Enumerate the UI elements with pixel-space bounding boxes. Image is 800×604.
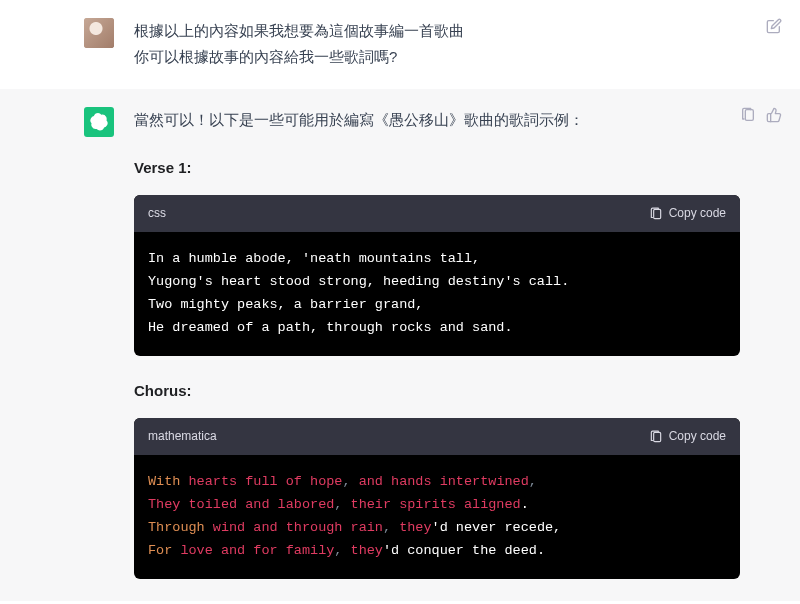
svg-rect-0 bbox=[653, 209, 660, 218]
svg-rect-2 bbox=[745, 109, 753, 120]
assistant-content: 當然可以！以下是一些可能用於編寫《愚公移山》歌曲的歌詞示例： Verse 1: … bbox=[134, 107, 740, 583]
user-text: 根據以上的內容如果我想要為這個故事編一首歌曲 你可以根據故事的內容給我一些歌詞嗎… bbox=[134, 18, 740, 71]
code-lang-label: mathematica bbox=[148, 426, 217, 447]
copy-icon[interactable] bbox=[740, 107, 756, 123]
user-avatar bbox=[84, 18, 114, 48]
code-body-chorus: With hearts full of hope, and hands inte… bbox=[134, 455, 740, 579]
code-lang-label: css bbox=[148, 203, 166, 224]
user-message: 根據以上的內容如果我想要為這個故事編一首歌曲 你可以根據故事的內容給我一些歌詞嗎… bbox=[0, 0, 800, 89]
assistant-actions bbox=[740, 107, 782, 123]
code-block-chorus: mathematica Copy code With hearts full o… bbox=[134, 418, 740, 579]
code-header: mathematica Copy code bbox=[134, 418, 740, 455]
user-line1: 根據以上的內容如果我想要為這個故事編一首歌曲 bbox=[134, 18, 740, 44]
clipboard-icon bbox=[649, 430, 663, 444]
clipboard-icon bbox=[649, 207, 663, 221]
code-block-verse1: css Copy code In a humble abode, 'neath … bbox=[134, 195, 740, 356]
assistant-avatar bbox=[84, 107, 114, 137]
user-actions bbox=[766, 18, 782, 34]
edit-icon[interactable] bbox=[766, 18, 782, 34]
thumbs-up-icon[interactable] bbox=[766, 107, 782, 123]
assistant-message: 當然可以！以下是一些可能用於編寫《愚公移山》歌曲的歌詞示例： Verse 1: … bbox=[0, 89, 800, 601]
svg-rect-1 bbox=[653, 432, 660, 441]
code-body-verse1: In a humble abode, 'neath mountains tall… bbox=[134, 232, 740, 356]
user-line2: 你可以根據故事的內容給我一些歌詞嗎? bbox=[134, 44, 740, 70]
copy-label: Copy code bbox=[669, 203, 726, 224]
assistant-intro: 當然可以！以下是一些可能用於編寫《愚公移山》歌曲的歌詞示例： bbox=[134, 107, 740, 133]
copy-code-button[interactable]: Copy code bbox=[649, 203, 726, 224]
copy-label: Copy code bbox=[669, 426, 726, 447]
copy-code-button[interactable]: Copy code bbox=[649, 426, 726, 447]
section-heading-chorus: Chorus: bbox=[134, 378, 740, 404]
code-header: css Copy code bbox=[134, 195, 740, 232]
section-heading-verse1: Verse 1: bbox=[134, 155, 740, 181]
